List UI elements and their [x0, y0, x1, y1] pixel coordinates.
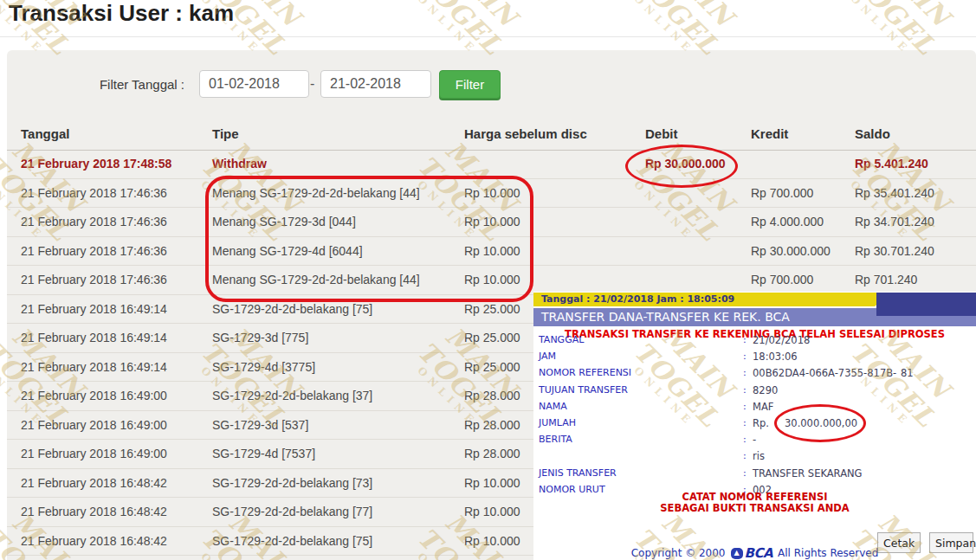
receipt-field-row: JAM : 18:03:06: [533, 351, 976, 367]
header-tipe: Tipe: [212, 121, 239, 147]
receipt-field-value: -: [753, 434, 756, 446]
cell-saldo: Rp 701.240: [855, 266, 917, 294]
cell-tipe: SG-1729-2d-2d-belakang [75]: [212, 527, 372, 556]
cell-tipe: SG-1729-4d [3775]: [212, 353, 315, 382]
date-range-dash: -: [310, 70, 314, 98]
cell-tipe: SG-1729-3d [537]: [212, 411, 308, 440]
cell-tanggal: 21 February 2018 16:49:00: [21, 440, 167, 468]
receipt-field-colon: :: [743, 401, 747, 413]
cell-tanggal: 21 February 2018 17:46:36: [21, 208, 167, 236]
cell-tanggal: 21 February 2018 17:48:58: [21, 150, 171, 178]
footer-rights-text: All Rights Reserved: [778, 547, 878, 559]
cell-saldo: Rp 5.401.240: [855, 150, 928, 178]
cell-kredit: Rp 700.000: [751, 179, 813, 208]
receipt-field-colon: :: [743, 417, 747, 429]
footer-copyright-text: Copyright © 2000: [631, 547, 726, 559]
cell-tipe: SG-1729-2d-2d-belakang [73]: [212, 469, 372, 498]
cell-tanggal: 21 February 2018 17:46:36: [21, 266, 167, 294]
receipt-field-colon: :: [743, 384, 747, 396]
receipt-field-label: JENIS TRANSFER: [539, 467, 617, 480]
cell-tanggal: 21 February 2018 16:49:00: [21, 411, 167, 440]
bca-logo: ▲ BCA: [731, 545, 773, 560]
bca-logo-text: BCA: [745, 545, 773, 560]
cell-harga: Rp 25.000: [464, 324, 520, 352]
receipt-field-row: : ris: [533, 450, 976, 467]
receipt-field-row: TUJUAN TRANSFER : 8290: [533, 384, 976, 401]
receipt-field-row: JUMLAH : Rp. 30.000.000,00: [533, 417, 976, 434]
cell-tipe: Menang SG-1729-2d-2d-belakang [44]: [212, 266, 420, 294]
cell-saldo: Rp 34.701.240: [855, 208, 934, 236]
cell-harga: Rp 25.000: [464, 353, 520, 382]
cell-tipe: SG-1729-3d [775]: [212, 324, 308, 352]
receipt-field-value: 18:03:06: [753, 351, 798, 363]
receipt-note-line1: CATAT NOMOR REFERENSI: [533, 491, 976, 503]
cell-harga: Rp 10.000: [464, 469, 520, 498]
cell-tipe: Menang SG-1729-4d [6044]: [212, 237, 363, 266]
filter-tanggal-label: Filter Tanggal :: [76, 70, 184, 100]
header-debit: Debit: [645, 121, 678, 147]
receipt-field-label: TANGGAL: [539, 334, 584, 346]
cell-saldo: Rp 30.701.240: [855, 237, 934, 266]
cell-tanggal: 21 February 2018 16:48:42: [21, 527, 167, 556]
receipt-field-label: JAM: [539, 351, 556, 363]
receipt-field-value: Rp.: [753, 417, 769, 429]
cell-harga: Rp 28.000: [464, 440, 520, 468]
receipt-field-label: NAMA: [539, 401, 567, 413]
cell-tanggal: 21 February 2018 16:48:42: [21, 498, 167, 526]
cell-tanggal: 21 February 2018 16:49:14: [21, 295, 167, 324]
cell-harga: Rp 25.000: [464, 295, 520, 324]
receipt-field-label: TUJUAN TRANSFER: [539, 384, 628, 396]
bca-logo-icon: ▲: [731, 548, 743, 559]
header-harga-sebelum-disc: Harga sebelum disc: [464, 121, 587, 147]
receipt-field-row: NAMA : MAF: [533, 401, 976, 417]
cell-tipe: SG-1729-2d-2d-belakang [75]: [212, 295, 372, 324]
receipt-field-row: NOMOR REFERENSI : 00B62DA4-066A-7355-817…: [533, 367, 976, 383]
header-divider: [0, 36, 976, 37]
cell-tanggal: 21 February 2018 16:49:14: [21, 353, 167, 382]
cell-tanggal: 21 February 2018 17:46:36: [21, 237, 167, 266]
cell-tipe: SG-1729-4d [7537]: [212, 440, 315, 468]
cell-harga: Rp 10.000: [464, 527, 520, 556]
receipt-field-value2: 30.000.000,00: [785, 417, 857, 429]
receipt-field-row: BERITA : -: [533, 434, 976, 450]
table-header-row: Tanggal Tipe Harga sebelum disc Debit Kr…: [7, 121, 976, 151]
header-saldo: Saldo: [855, 121, 890, 147]
date-to-input[interactable]: [320, 70, 431, 98]
receipt-field-label: JUMLAH: [539, 417, 576, 429]
cell-harga: Rp 28.000: [464, 382, 520, 410]
receipt-field-value: 00B62DA4-066A-7355-817B-: [753, 367, 896, 379]
receipt-field-label: NOMOR REFERENSI: [539, 367, 631, 379]
table-row: 21 February 2018 17:48:58 Withdraw Rp 30…: [7, 150, 976, 179]
receipt-field-colon: :: [743, 367, 747, 379]
cell-kredit: Rp 4.000.000: [751, 208, 824, 236]
cell-kredit: Rp 700.000: [751, 266, 813, 294]
transaction-page: { "page": { "title": "Transaksi User : k…: [0, 0, 976, 560]
receipt-field-colon: :: [743, 434, 747, 446]
receipt-field-value2: 81: [901, 367, 914, 379]
page-title: Transaksi User : kam: [9, 0, 234, 27]
table-row: 21 February 2018 17:46:36 Menang SG-1729…: [7, 208, 976, 237]
receipt-field-row: TANGGAL : 21/02/2018: [533, 334, 976, 351]
cell-harga: Rp 10.000: [464, 266, 520, 294]
cell-tipe: SG-1729-2d-2d-belakang [77]: [212, 498, 372, 526]
receipt-field-row: JENIS TRANSFER : TRANSFER SEKARANG: [533, 467, 976, 484]
receipt-field-label: BERITA: [539, 434, 572, 446]
bca-receipt-overlay: Tanggal : 21/02/2018 Jam : 18:05:09 TRAN…: [533, 292, 976, 560]
receipt-field-value: ris: [753, 450, 765, 462]
header-kredit: Kredit: [751, 121, 788, 147]
receipt-field-colon: :: [743, 351, 747, 363]
cell-harga: Rp 28.000: [464, 411, 520, 440]
cell-tanggal: 21 February 2018 16:48:42: [21, 469, 167, 498]
cell-tanggal: 21 February 2018 16:49:14: [21, 324, 167, 352]
cell-tipe: Menang SG-1729-2d-2d-belakang [44]: [212, 179, 420, 208]
date-from-input[interactable]: [199, 70, 309, 98]
receipt-field-value: 8290: [753, 384, 778, 396]
filter-button[interactable]: Filter: [439, 70, 501, 99]
cell-harga: Rp 10.000: [464, 498, 520, 526]
receipt-field-value: 21/02/2018: [753, 334, 810, 346]
receipt-navy-corner: [876, 293, 976, 316]
receipt-field-colon: :: [743, 334, 747, 346]
cell-tipe: Menang SG-1729-3d [044]: [212, 208, 356, 236]
receipt-datetime-bar: Tanggal : 21/02/2018 Jam : 18:05:09: [533, 293, 875, 306]
cell-harga: Rp 10.000: [464, 208, 520, 236]
